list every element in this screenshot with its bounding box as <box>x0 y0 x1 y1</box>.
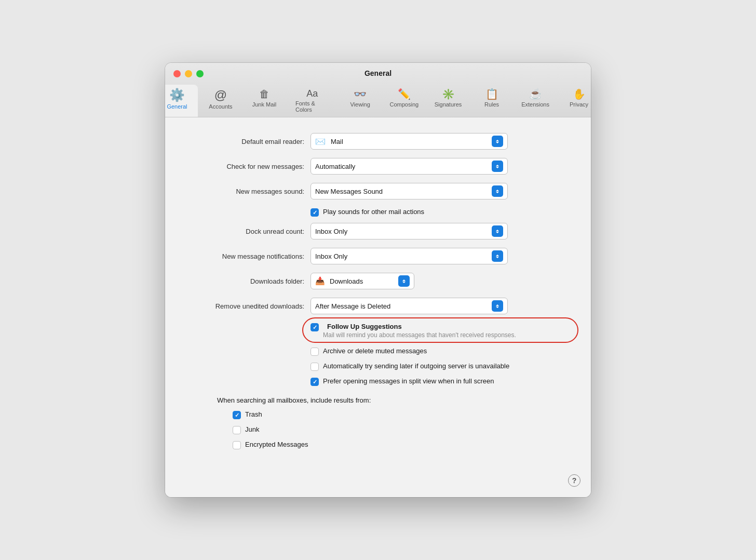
downloads-folder-value: Downloads <box>330 277 363 285</box>
search-trash-label: Trash <box>245 410 262 418</box>
search-section: When searching all mailboxes, include re… <box>186 396 570 449</box>
downloads-folder-select[interactable]: 📥 Downloads <box>310 273 414 289</box>
check-new-messages-label: Check for new messages: <box>186 163 310 170</box>
dock-unread-arrows <box>492 225 503 237</box>
tab-extensions-label: Extensions <box>521 101 549 108</box>
downloads-folder-control: 📥 Downloads <box>310 273 570 289</box>
tab-signatures-label: Signatures <box>435 101 462 108</box>
new-message-notifications-value: Inbox Only <box>315 252 347 260</box>
close-button[interactable] <box>173 70 181 77</box>
arrow-down-icon <box>496 167 499 168</box>
search-trash-checkbox[interactable] <box>233 411 241 419</box>
tab-signatures[interactable]: ✳️ Signatures <box>427 85 469 117</box>
play-sounds-checkbox[interactable] <box>310 208 319 217</box>
search-junk-checkbox[interactable] <box>233 426 241 434</box>
arrow-up-icon <box>496 165 499 166</box>
gear-icon: ⚙️ <box>169 89 185 101</box>
play-sounds-row: Play sounds for other mail actions <box>186 208 570 217</box>
follow-up-text: Follow Up Suggestions Mail will remind y… <box>323 323 516 339</box>
viewing-icon: 👓 <box>354 89 367 99</box>
composing-icon: ✏️ <box>398 89 411 99</box>
rules-icon: 📋 <box>485 89 498 99</box>
new-message-notifications-label: New message notifications: <box>186 252 310 260</box>
tab-accounts[interactable]: @ Accounts <box>200 85 241 117</box>
tab-extensions[interactable]: ☕ Extensions <box>515 85 556 117</box>
prefer-split-view-row: Prefer opening messages in split view wh… <box>186 377 570 386</box>
tab-accounts-label: Accounts <box>209 103 232 110</box>
settings-content: Default email reader: ✉️ Mail Check for … <box>165 117 591 476</box>
archive-delete-muted-row: Archive or delete muted messages <box>186 347 570 356</box>
window-title: General <box>365 69 392 77</box>
tab-fonts-label: Fonts & Colors <box>295 100 329 113</box>
downloads-folder-icon: 📥 <box>315 276 325 286</box>
follow-up-inner: Follow Up Suggestions Mail will remind y… <box>310 323 570 339</box>
search-encrypted-label: Encrypted Messages <box>245 441 308 448</box>
junk-icon: 🗑 <box>259 89 269 99</box>
archive-delete-muted-checkbox[interactable] <box>310 348 319 356</box>
signatures-icon: ✳️ <box>442 89 455 99</box>
tab-viewing-label: Viewing <box>350 101 370 108</box>
check-new-messages-select[interactable]: Automatically <box>310 158 508 175</box>
tab-composing-label: Composing <box>390 101 419 108</box>
bottom-bar: ? <box>165 476 591 497</box>
downloads-folder-row: Downloads folder: 📥 Downloads <box>186 273 570 289</box>
check-new-messages-value: Automatically <box>315 163 355 170</box>
minimize-button[interactable] <box>185 70 192 77</box>
default-email-reader-control: ✉️ Mail <box>310 133 570 150</box>
downloads-folder-arrows <box>398 275 410 287</box>
search-encrypted-row: Encrypted Messages <box>217 441 570 449</box>
at-icon: @ <box>214 89 227 101</box>
extensions-icon: ☕ <box>529 89 542 99</box>
new-messages-sound-value: New Messages Sound <box>315 188 383 195</box>
prefer-split-view-label: Prefer opening messages in split view wh… <box>323 377 494 385</box>
arrow-up-icon <box>496 140 499 141</box>
help-button[interactable]: ? <box>568 474 580 487</box>
remove-unedited-downloads-value: After Message is Deleted <box>315 302 390 310</box>
mail-app-icon: ✉️ <box>315 137 326 146</box>
maximize-button[interactable] <box>196 70 204 77</box>
titlebar: General ⚙️ General @ Accounts 🗑 Junk Mai… <box>165 63 591 117</box>
follow-up-suggestions-label: Follow Up Suggestions <box>327 323 516 330</box>
tab-privacy-label: Privacy <box>570 101 588 108</box>
arrow-down-icon <box>496 232 499 233</box>
follow-up-container: Follow Up Suggestions Mail will remind y… <box>186 323 570 339</box>
archive-delete-muted-label: Archive or delete muted messages <box>323 347 427 355</box>
arrow-down-icon <box>496 192 499 193</box>
arrow-up-icon <box>496 255 499 256</box>
arrow-down-icon <box>402 282 406 283</box>
tab-rules[interactable]: 📋 Rules <box>471 85 512 117</box>
follow-up-suggestions-sublabel: Mail will remind you about messages that… <box>323 331 516 339</box>
downloads-folder-label: Downloads folder: <box>186 277 310 285</box>
search-encrypted-checkbox[interactable] <box>233 441 241 449</box>
select-arrows-icon <box>492 136 503 147</box>
tab-general-label: General <box>167 103 187 110</box>
tab-composing[interactable]: ✏️ Composing <box>383 85 425 117</box>
search-section-header: When searching all mailboxes, include re… <box>217 396 570 404</box>
arrow-down-icon <box>496 306 499 308</box>
dock-unread-count-label: Dock unread count: <box>186 228 310 235</box>
dock-unread-count-select[interactable]: Inbox Only <box>310 223 508 239</box>
tab-junk-mail[interactable]: 🗑 Junk Mail <box>244 85 285 117</box>
default-email-reader-select[interactable]: ✉️ Mail <box>310 133 508 150</box>
search-junk-label: Junk <box>245 425 259 433</box>
default-email-reader-value: Mail <box>331 138 343 145</box>
window-controls <box>173 70 204 77</box>
dock-unread-count-value: Inbox Only <box>315 228 347 235</box>
tab-viewing[interactable]: 👓 Viewing <box>340 85 381 117</box>
follow-up-suggestions-checkbox[interactable] <box>310 323 319 331</box>
mail-preferences-window: General ⚙️ General @ Accounts 🗑 Junk Mai… <box>165 63 591 497</box>
privacy-icon: ✋ <box>573 89 586 99</box>
remove-unedited-arrows <box>492 300 503 312</box>
remove-unedited-downloads-select[interactable]: After Message is Deleted <box>310 298 508 314</box>
search-trash-row: Trash <box>217 410 570 419</box>
dock-unread-count-control: Inbox Only <box>310 223 570 239</box>
new-messages-sound-select[interactable]: New Messages Sound <box>310 183 508 199</box>
prefer-split-view-checkbox[interactable] <box>310 378 319 386</box>
tab-privacy[interactable]: ✋ Privacy <box>558 85 591 117</box>
new-message-notifications-select[interactable]: Inbox Only <box>310 248 508 264</box>
tab-general[interactable]: ⚙️ General <box>165 85 198 117</box>
tab-fonts-colors[interactable]: Aa Fonts & Colors <box>287 85 338 117</box>
new-messages-sound-control: New Messages Sound <box>310 183 570 199</box>
new-message-notifications-row: New message notifications: Inbox Only <box>186 248 570 264</box>
auto-try-sending-checkbox[interactable] <box>310 363 319 371</box>
